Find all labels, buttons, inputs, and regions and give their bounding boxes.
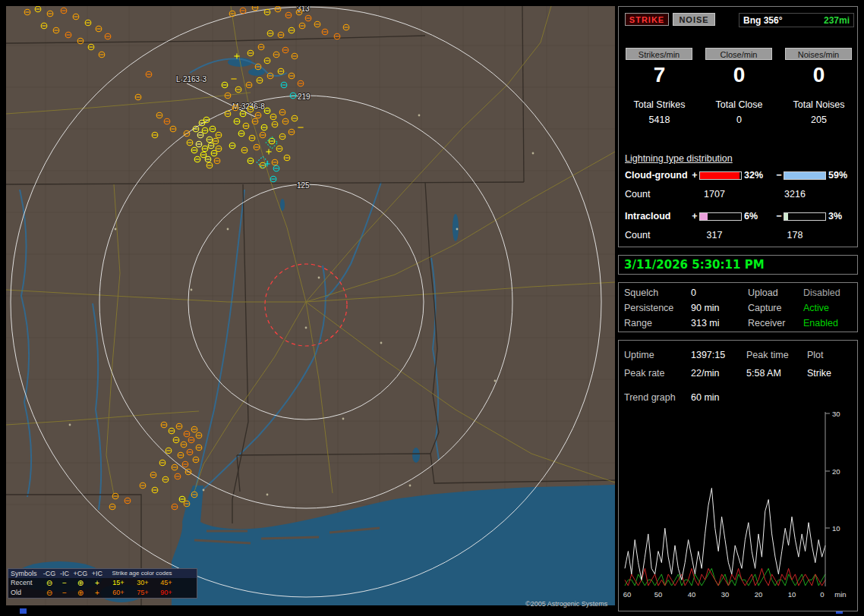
pos-cg-icon: ⊕ [72, 578, 89, 588]
intracloud-row: Intracloud + 6% − 3% [625, 211, 851, 222]
total-close-value: 0 [699, 115, 779, 125]
cg-minus-pct: 59% [826, 170, 851, 181]
range-value: 313 mi [691, 318, 720, 328]
close-per-min-button[interactable]: Close/min [705, 48, 772, 60]
trend-graph: 30 20 10 60 50 40 30 20 10 0 min [619, 341, 857, 611]
trend-series [625, 488, 825, 586]
ic-minus-count: 178 [774, 230, 816, 240]
total-noises-value: 205 [779, 115, 859, 125]
legend-row-recent: Recent ⊖ − ⊕ + 15+ 30+ 45+ [8, 578, 197, 588]
strike-legend: Symbols -CG -IC +CG +IC Strike age color… [8, 568, 197, 599]
legend-symbols-title: Symbols [8, 569, 42, 578]
plus-sign: + [690, 211, 699, 222]
legend-col--cg: -CG [42, 569, 57, 578]
legend-col-pcg: +CG [72, 569, 89, 578]
ring-label-219: 219 [298, 93, 311, 101]
legend-col-pic: +IC [89, 569, 106, 578]
receiver-label: Receiver [748, 318, 785, 328]
plus-sign: + [690, 170, 699, 181]
minus-sign: − [774, 211, 784, 222]
neg-cg-icon: ⊖ [42, 578, 57, 588]
xtick-10: 10 [788, 590, 796, 599]
cg-plus-count: 1707 [693, 189, 736, 200]
cloud-ground-label: Cloud-ground [625, 170, 690, 181]
map-canvas[interactable]: 313 219 125 L-2163-3 M-3246-8 [6, 6, 615, 605]
intracloud-label: Intracloud [625, 211, 690, 222]
strike-toggle-button[interactable]: STRIKE [625, 13, 669, 26]
ic-count-row: Count 317 178 [625, 230, 853, 240]
legend-old-label: Old [8, 588, 42, 598]
total-noises-label: Total Noises [779, 99, 859, 110]
capture-status: Active [803, 303, 829, 313]
total-strikes-label: Total Strikes [620, 99, 699, 110]
current-datetime: 3/11/2026 5:30:11 PM [619, 256, 857, 274]
xtick-40: 40 [688, 590, 696, 599]
legend-recent-label: Recent [8, 578, 42, 588]
ytick-30: 30 [832, 410, 840, 418]
upload-label: Upload [748, 288, 778, 298]
persistence-label: Persistence [624, 303, 673, 313]
xtick-30: 30 [721, 590, 730, 599]
squelch-label: Squelch [624, 288, 658, 298]
upload-status: Disabled [803, 288, 840, 298]
age-60: 60+ [106, 588, 131, 598]
ytick-20: 20 [832, 467, 840, 476]
strike-stats-panel: STRIKE NOISE Bng 356° 237mi Strikes/min … [618, 6, 858, 247]
minus-sign: − [774, 170, 784, 181]
xtick-unit: min [834, 590, 846, 599]
xtick-0: 0 [820, 590, 824, 599]
distribution-title: Lightning type distribution [625, 153, 733, 164]
ic-minus-pct: 3% [826, 211, 851, 222]
legend-header: Symbols -CG -IC +CG +IC Strike age color… [8, 569, 197, 578]
age-45: 45+ [154, 578, 178, 588]
pos-ic-icon: + [89, 588, 106, 598]
neg-ic-icon: − [57, 588, 72, 598]
total-strikes-value: 5418 [620, 115, 699, 125]
noise-toggle-button[interactable]: NOISE [673, 13, 715, 26]
age-90: 90+ [154, 588, 178, 598]
window-handle-left[interactable] [20, 608, 27, 614]
range-label: Range [624, 318, 652, 328]
bearing-distance: 237mi [824, 15, 850, 26]
count-label: Count [625, 230, 650, 240]
bearing-value: Bng 356° [743, 15, 782, 26]
ic-plus-count: 317 [693, 230, 736, 240]
datetime-panel: 3/11/2026 5:30:11 PM [618, 255, 858, 275]
cg-minus-bar [784, 171, 826, 180]
ring-label-125: 125 [297, 181, 310, 190]
cg-plus-bar [699, 171, 742, 180]
strikes-per-min-value: 7 [620, 63, 699, 87]
app-window: { "map": { "ring_labels": ["313", "219",… [0, 0, 864, 616]
session-stats-panel: Uptime 1397:15 Peak time Plot Peak rate … [618, 340, 858, 611]
legend-age-title: Strike age color codes [106, 569, 178, 578]
trend-x-labels: 60 50 40 30 20 10 0 min [623, 590, 847, 599]
legend-col--ic: -IC [57, 569, 72, 578]
ic-minus-bar [784, 212, 826, 221]
ytick-10: 10 [832, 524, 840, 533]
persistence-value: 90 min [691, 303, 720, 313]
close-per-min-value: 0 [699, 63, 779, 87]
bearing-readout: Bng 356° 237mi [739, 13, 854, 27]
cg-minus-count: 3216 [774, 189, 816, 200]
trend-y-labels: 30 20 10 [832, 410, 840, 533]
status-panel: Squelch 0 Persistence 90 min Range 313 m… [618, 282, 858, 332]
legend-row-old: Old ⊖ − ⊕ + 60+ 75+ 90+ [8, 588, 197, 598]
pos-cg-icon: ⊕ [72, 588, 89, 598]
neg-ic-icon: − [57, 578, 72, 588]
capture-label: Capture [748, 303, 781, 313]
pos-ic-icon: + [89, 578, 106, 588]
lightning-map[interactable]: 313 219 125 L-2163-3 M-3246-8 [6, 6, 615, 605]
strikes-per-min-button[interactable]: Strikes/min [626, 48, 692, 60]
trend-y-ticks [825, 413, 830, 528]
cg-plus-pct: 32% [742, 170, 774, 181]
receiver-status: Enabled [803, 318, 838, 328]
noises-per-min-value: 0 [779, 63, 859, 87]
noises-per-min-button[interactable]: Noises/min [785, 48, 852, 60]
age-30: 30+ [131, 578, 154, 588]
age-75: 75+ [131, 588, 154, 598]
cell-label-1: L-2163-3 [176, 75, 207, 83]
cg-count-row: Count 1707 3216 [625, 189, 853, 200]
ic-plus-bar [699, 212, 742, 221]
age-15: 15+ [106, 578, 131, 588]
squelch-value: 0 [691, 288, 696, 298]
